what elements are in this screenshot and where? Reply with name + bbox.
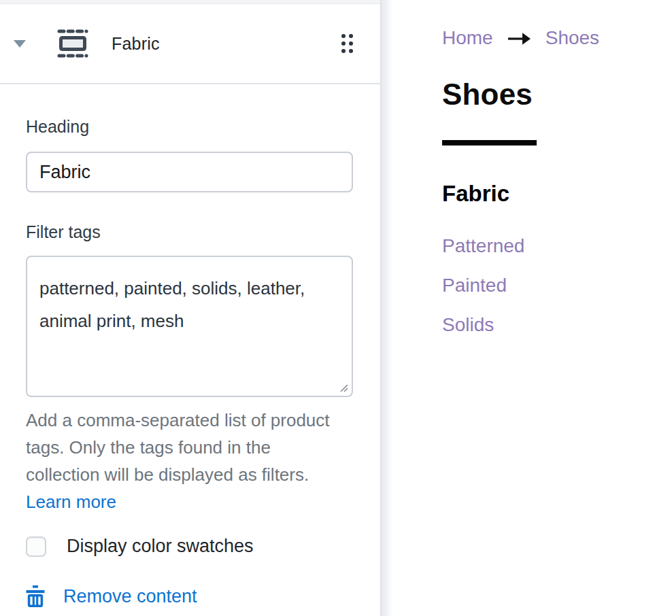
learn-more-link[interactable]: Learn more	[26, 492, 116, 512]
filter-link-painted[interactable]: Painted	[442, 275, 672, 296]
filter-tags-textarea-wrap: patterned, painted, solids, leather, ani…	[26, 256, 353, 397]
block-title: Fabric	[112, 34, 160, 54]
remove-content-label: Remove content	[63, 586, 197, 607]
trash-icon	[26, 585, 45, 608]
filter-link-solids[interactable]: Solids	[442, 314, 672, 336]
heading-input[interactable]	[26, 152, 353, 192]
filter-tags-field-label: Filter tags	[26, 222, 354, 242]
collapse-chevron-icon[interactable]	[14, 40, 26, 48]
block-header[interactable]: Fabric	[0, 4, 380, 84]
remove-content-button[interactable]: Remove content	[26, 585, 354, 608]
display-color-swatches-row[interactable]: Display color swatches	[26, 536, 354, 557]
breadcrumb: Home Shoes	[442, 27, 672, 49]
display-color-swatches-label: Display color swatches	[67, 536, 254, 557]
section-block-icon	[56, 27, 89, 60]
title-underline-rule	[442, 140, 537, 146]
filter-tags-textarea[interactable]: patterned, painted, solids, leather, ani…	[26, 256, 353, 397]
drag-handle-icon[interactable]	[341, 34, 353, 53]
filter-group-heading: Fabric	[442, 181, 672, 207]
heading-field-label: Heading	[26, 117, 354, 137]
filter-link-patterned[interactable]: Patterned	[442, 235, 672, 257]
breadcrumb-arrow-icon	[507, 30, 532, 48]
block-settings-form: Heading Filter tags patterned, painted, …	[0, 117, 380, 608]
breadcrumb-home-link[interactable]: Home	[442, 27, 493, 49]
collection-page-title: Shoes	[442, 78, 672, 112]
help-text-body: Add a comma-separated list of product ta…	[26, 410, 330, 485]
filter-link-list: Patterned Painted Solids	[442, 235, 672, 336]
filter-tags-help-text: Add a comma-separated list of product ta…	[26, 407, 339, 515]
panel-divider[interactable]	[380, 0, 392, 616]
block-settings-panel: Fabric Heading Filter tags patterned, pa…	[0, 0, 380, 616]
display-color-swatches-checkbox[interactable]	[26, 536, 46, 557]
breadcrumb-shoes-link[interactable]: Shoes	[545, 27, 599, 49]
theme-preview-panel: Home Shoes Shoes Fabric Patterned Painte…	[392, 0, 672, 616]
